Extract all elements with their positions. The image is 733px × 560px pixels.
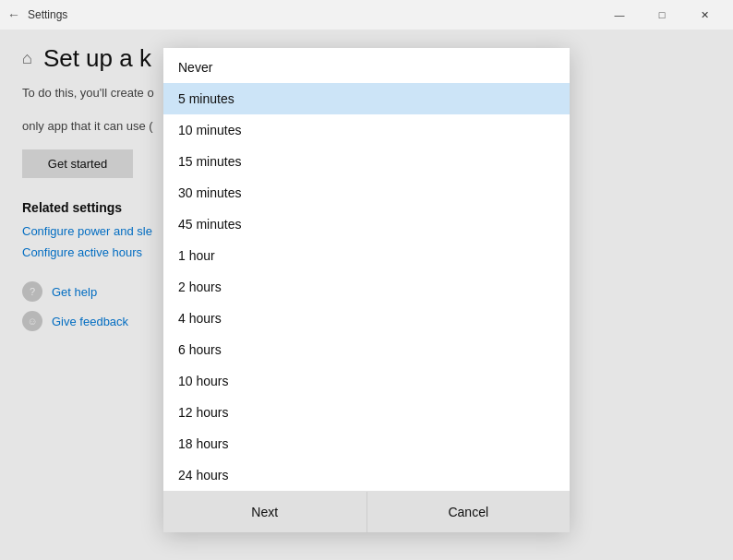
dropdown-item-24hr[interactable]: 24 hours: [163, 459, 570, 491]
dropdown-item-15min[interactable]: 15 minutes: [163, 146, 570, 177]
dropdown-item-never[interactable]: Never: [163, 52, 570, 83]
titlebar-controls: — □ ✕: [598, 0, 726, 30]
dropdown-item-45min[interactable]: 45 minutes: [163, 209, 570, 240]
dropdown-item-4hr[interactable]: 4 hours: [163, 303, 570, 334]
dropdown-item-6hr[interactable]: 6 hours: [163, 334, 570, 365]
dropdown-item-1hr[interactable]: 1 hour: [163, 240, 570, 271]
back-button[interactable]: ←: [7, 7, 20, 22]
titlebar-left: ← Settings: [7, 7, 67, 22]
dropdown-item-12hr[interactable]: 12 hours: [163, 397, 570, 428]
dropdown-list[interactable]: Never5 minutes10 minutes15 minutes30 min…: [163, 48, 570, 491]
dialog-overlay: Never5 minutes10 minutes15 minutes30 min…: [0, 30, 733, 560]
titlebar: ← Settings — □ ✕: [0, 0, 733, 30]
cancel-button[interactable]: Cancel: [366, 492, 571, 532]
dropdown-item-10min[interactable]: 10 minutes: [163, 114, 570, 146]
next-button[interactable]: Next: [163, 492, 366, 532]
dropdown-item-2hr[interactable]: 2 hours: [163, 271, 570, 303]
titlebar-title: Settings: [28, 8, 67, 21]
maximize-button[interactable]: □: [641, 0, 683, 30]
dropdown-item-18hr[interactable]: 18 hours: [163, 428, 570, 459]
close-button[interactable]: ✕: [683, 0, 726, 30]
dialog-footer: Next Cancel: [163, 491, 570, 532]
dropdown-item-30min[interactable]: 30 minutes: [163, 177, 570, 209]
dropdown-item-5min[interactable]: 5 minutes: [163, 83, 570, 114]
minimize-button[interactable]: —: [598, 0, 641, 30]
dropdown-item-10hr[interactable]: 10 hours: [163, 365, 570, 397]
dropdown-dialog: Never5 minutes10 minutes15 minutes30 min…: [163, 48, 570, 532]
